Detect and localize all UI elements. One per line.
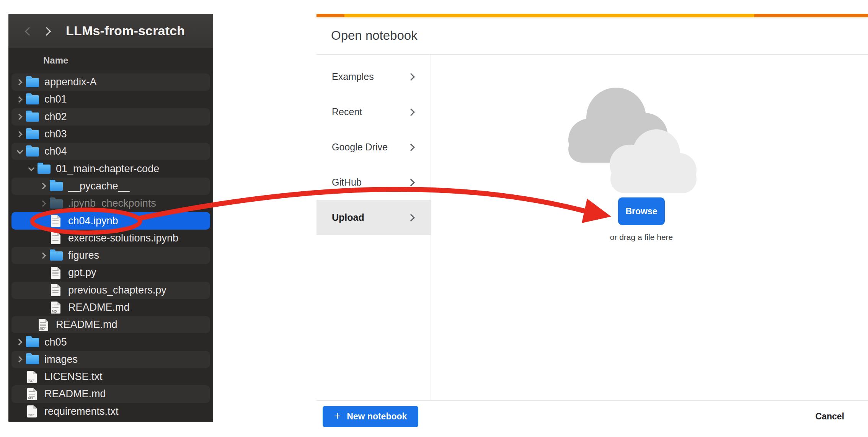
python-file-icon bbox=[50, 266, 64, 279]
tree-row-ch04[interactable]: ch04 bbox=[11, 143, 210, 160]
no-chevron bbox=[16, 373, 24, 381]
chevron-right-icon[interactable] bbox=[16, 338, 24, 346]
text-file-icon: TXT bbox=[26, 405, 40, 418]
no-chevron bbox=[16, 390, 24, 398]
clouds-icon bbox=[563, 82, 700, 197]
tree-row-ipynb-checkpoints[interactable]: .ipynb_checkpoints bbox=[11, 195, 210, 212]
nav-content-divider bbox=[431, 54, 431, 400]
tree-row-ch03[interactable]: ch03 bbox=[11, 126, 210, 143]
chevron-right-icon[interactable] bbox=[40, 182, 47, 190]
tree-row-ch04-ipynb[interactable]: ch04.ipynb bbox=[11, 212, 210, 229]
tree-row-ch05[interactable]: ch05 bbox=[11, 333, 210, 351]
name-column-header[interactable]: Name bbox=[8, 48, 213, 73]
no-chevron bbox=[40, 217, 47, 225]
chevron-right-icon[interactable] bbox=[16, 130, 24, 138]
tree-row-requirements-txt[interactable]: TXT requirements.txt bbox=[11, 403, 210, 420]
chevron-right-icon[interactable] bbox=[40, 200, 47, 207]
folder-icon bbox=[38, 162, 51, 175]
tree-row-images[interactable]: images bbox=[11, 351, 210, 368]
folder-icon bbox=[26, 145, 40, 158]
markdown-file-icon: MD bbox=[38, 318, 51, 331]
tree-row-ch01[interactable]: ch01 bbox=[11, 91, 210, 108]
tree-row-appendix-A[interactable]: appendix-A bbox=[11, 73, 210, 91]
tab-upload[interactable]: Upload bbox=[317, 200, 431, 235]
chevron-right-icon[interactable] bbox=[16, 96, 24, 103]
footer-divider bbox=[317, 400, 868, 401]
chevron-right-icon bbox=[408, 109, 414, 115]
folder-icon bbox=[26, 110, 40, 123]
tree-row-gpt-py[interactable]: gpt.py bbox=[11, 264, 210, 281]
no-chevron bbox=[40, 269, 47, 277]
plus-icon: + bbox=[334, 410, 341, 422]
finder-titlebar: LLMs-from-scratch bbox=[8, 14, 213, 48]
tree-row-ch02[interactable]: ch02 bbox=[11, 108, 210, 126]
tree-row-figures[interactable]: figures bbox=[11, 247, 210, 264]
tree-row-readme-md-chapter[interactable]: MD README.md bbox=[11, 299, 210, 316]
chevron-right-icon[interactable] bbox=[16, 78, 24, 86]
chevron-right-icon[interactable] bbox=[16, 355, 24, 363]
no-chevron bbox=[16, 408, 24, 415]
chevron-right-icon bbox=[408, 144, 414, 150]
folder-icon bbox=[26, 128, 40, 141]
text-file-icon: TXT bbox=[26, 370, 40, 383]
notebook-file-icon bbox=[50, 214, 64, 227]
no-chevron bbox=[40, 304, 47, 311]
name-column-label: Name bbox=[43, 55, 68, 66]
tab-recent[interactable]: Recent bbox=[317, 94, 431, 129]
tree-row-readme-md-ch04[interactable]: MD README.md bbox=[11, 316, 210, 333]
back-chevron-icon[interactable] bbox=[24, 27, 32, 35]
tree-row-exercise-solutions[interactable]: exercise-solutions.ipynb bbox=[11, 230, 210, 247]
chevron-down-icon[interactable] bbox=[16, 148, 24, 155]
folder-icon bbox=[26, 353, 40, 366]
folder-icon bbox=[50, 197, 64, 210]
folder-icon bbox=[26, 336, 40, 349]
file-tree: appendix-A ch01 ch02 ch03 ch04 01_main-c… bbox=[8, 73, 213, 420]
cancel-button[interactable]: Cancel bbox=[813, 411, 847, 422]
tab-github[interactable]: GitHub bbox=[317, 165, 431, 200]
python-file-icon bbox=[50, 284, 64, 297]
markdown-file-icon: MD bbox=[26, 388, 40, 401]
forward-chevron-icon[interactable] bbox=[44, 27, 52, 35]
folder-icon bbox=[26, 76, 40, 89]
no-chevron bbox=[40, 286, 47, 294]
open-notebook-dialog: Open notebook Examples Recent Google Dri… bbox=[317, 14, 868, 437]
chevron-right-icon bbox=[408, 73, 414, 80]
tree-row-pycache[interactable]: __pycache__ bbox=[11, 178, 210, 195]
finder-window-title: LLMs-from-scratch bbox=[66, 23, 185, 38]
tree-row-previous-chapters-py[interactable]: previous_chapters.py bbox=[11, 282, 210, 299]
tab-google-drive[interactable]: Google Drive bbox=[317, 129, 431, 165]
chevron-right-icon bbox=[408, 214, 414, 220]
tree-row-01-main-chapter-code[interactable]: 01_main-chapter-code bbox=[11, 160, 210, 177]
tab-examples[interactable]: Examples bbox=[317, 59, 431, 94]
notebook-file-icon bbox=[50, 232, 64, 245]
dialog-title: Open notebook bbox=[331, 28, 418, 43]
no-chevron bbox=[40, 234, 47, 242]
no-chevron bbox=[28, 321, 35, 329]
chevron-right-icon[interactable] bbox=[40, 252, 47, 259]
dialog-nav: Examples Recent Google Drive GitHub Uplo… bbox=[317, 59, 431, 235]
tree-row-readme-md-root[interactable]: MD README.md bbox=[11, 385, 210, 403]
browse-button[interactable]: Browse bbox=[618, 197, 665, 225]
folder-icon bbox=[50, 179, 64, 192]
folder-icon bbox=[50, 249, 64, 262]
drag-file-hint: or drag a file here bbox=[592, 233, 691, 242]
title-divider bbox=[317, 54, 868, 55]
chevron-down-icon[interactable] bbox=[28, 165, 35, 173]
chevron-right-icon bbox=[408, 179, 414, 185]
new-notebook-button[interactable]: + New notebook bbox=[323, 406, 418, 427]
tree-row-license-txt[interactable]: TXT LICENSE.txt bbox=[11, 368, 210, 385]
loading-progress-bar bbox=[317, 14, 868, 17]
folder-icon bbox=[26, 93, 40, 106]
markdown-file-icon: MD bbox=[50, 301, 64, 314]
finder-window: LLMs-from-scratch Name appendix-A ch01 c… bbox=[8, 14, 213, 422]
chevron-right-icon[interactable] bbox=[16, 113, 24, 121]
